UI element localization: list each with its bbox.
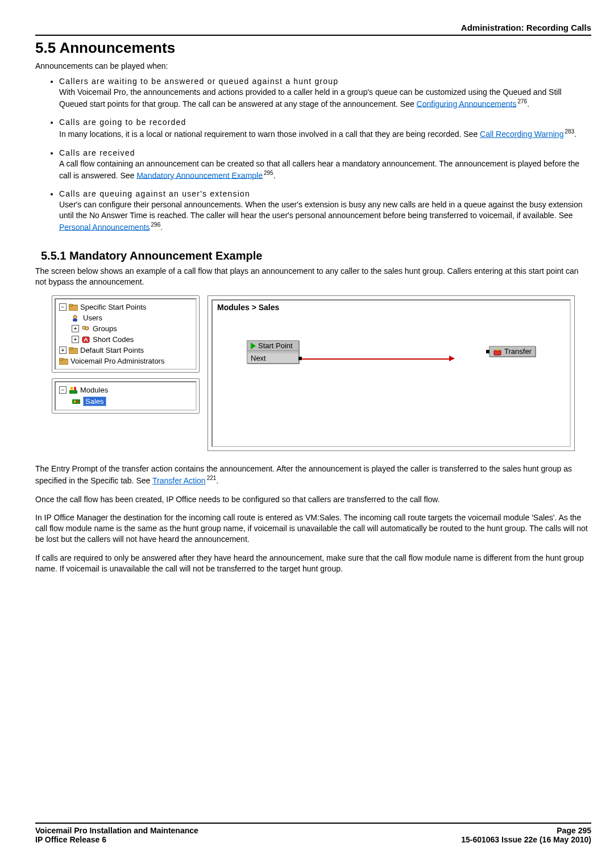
top-rule [35,35,591,36]
page-ref: 296 [151,222,161,228]
bullet-item: Calls are queuing against an user's exte… [59,189,591,232]
tree-label: Users [83,314,102,322]
users-icon [72,314,81,322]
tree-node[interactable]: + Groups [59,323,192,334]
svg-rect-3 [73,319,77,322]
subsection-intro: The screen below shows an example of a c… [35,266,591,287]
bullet-lead: Callers are waiting to be answered or qu… [59,77,338,86]
callflow-panel: Modules > Sales Start Point Next Transfe… [208,295,575,451]
bullet-item: Calls are received A call flow containin… [59,148,591,181]
tree-label-selected: Sales [83,397,106,406]
tree-label: Groups [93,324,117,333]
page-ref: 283 [565,128,574,135]
page-footer: Voicemail Pro Installation and Maintenan… [35,823,591,844]
svg-rect-8 [69,347,73,349]
svg-rect-1 [69,304,73,306]
tree-node[interactable]: − Modules [59,385,192,395]
svg-point-2 [73,315,77,319]
bullet-lead: Calls are received [59,148,135,157]
svg-rect-15 [74,400,76,403]
tree-expand-icon[interactable]: + [59,347,67,354]
link-personal-announcements[interactable]: Personal Announcements [59,222,150,231]
node-label: Transfer [504,347,532,356]
body-paragraph: Once the call flow has been created, IP … [35,494,591,505]
play-icon [251,343,256,349]
flow-breadcrumb: Modules > Sales [217,303,565,312]
groups-icon [81,325,90,333]
tree-collapse-icon[interactable]: − [59,303,67,311]
svg-rect-12 [70,387,73,390]
tree-node[interactable]: + Default Start Points [59,345,192,356]
bullet-item: Calls are going to be recorded In many l… [59,117,591,139]
running-head: Administration: Recording Calls [35,23,591,32]
folder-icon [59,357,68,365]
footer-right-1: Page 295 [557,826,591,835]
bullet-body: In many locations, it is a local or nati… [59,130,480,139]
tree-panel-startpoints: − Specific Start Points Users + Groups [52,295,200,373]
tree-expand-icon[interactable]: + [72,325,79,332]
folder-icon [69,347,78,354]
link-configuring-announcements[interactable]: Configuring Announcements [417,99,517,108]
page-ref: 276 [518,98,528,105]
footer-left-1: Voicemail Pro Installation and Maintenan… [35,826,198,835]
tree-label: Modules [80,386,108,394]
tree-label: Voicemail Pro Administrators [70,357,164,365]
bullet-lead: Calls are queuing against an user's exte… [59,189,250,198]
svg-rect-17 [494,350,501,355]
flow-connector [301,358,449,360]
flow-node-start[interactable]: Start Point Next [247,340,299,364]
tree-expand-icon[interactable]: + [72,336,79,343]
flow-arrowhead-icon [449,356,455,361]
bullets-list: Callers are waiting to be answered or qu… [35,76,591,232]
node-label: Start Point [258,341,293,350]
bullet-body: User's can configure their personal anno… [59,200,583,220]
tree-label: Short Codes [93,335,134,344]
body-paragraph: In IP Office Manager the destination for… [35,512,591,545]
link-call-recording-warning[interactable]: Call Recording Warning [480,130,563,139]
bullet-lead: Calls are going to be recorded [59,118,186,127]
folder-icon [69,303,78,311]
svg-rect-13 [74,387,76,390]
svg-rect-10 [59,358,63,360]
page-ref: 295 [264,170,273,176]
screenshot-diagram: − Specific Start Points Users + Groups [52,295,575,451]
bullet-body-post: . [527,99,529,108]
tree-node[interactable]: + Short Codes [59,334,192,345]
intro-text: Announcements can be played when: [35,61,591,70]
tree-collapse-icon[interactable]: − [59,386,67,394]
flow-node-transfer[interactable]: Transfer [489,346,536,357]
tree-node[interactable]: Users [59,312,192,323]
tree-node[interactable]: Voicemail Pro Administrators [59,356,192,366]
tree-node[interactable]: − Specific Start Points [59,302,192,312]
svg-rect-16 [77,400,78,403]
module-icon [72,398,81,406]
page-ref: 221 [207,475,217,481]
bullet-body-post: . [160,222,163,231]
bullet-body-post: . [273,170,276,180]
tree-panel-modules: − Modules Sales [52,378,200,414]
body-paragraph: The Entry Prompt of the transfer action … [35,464,591,486]
shortcodes-icon [81,336,90,344]
link-transfer-action[interactable]: Transfer Action [152,476,206,485]
text: . [216,476,218,485]
svg-rect-14 [72,399,80,404]
tree-label: Default Start Points [80,346,144,354]
footer-left-2: IP Office Release 6 [35,835,106,844]
footer-right-2: 15-601063 Issue 22e (16 May 2010) [461,835,591,844]
svg-point-5 [85,327,89,330]
svg-rect-11 [69,390,77,394]
modules-icon [69,386,78,394]
body-paragraph: If calls are required to only be answere… [35,553,591,574]
subsection-title: 5.5.1 Mandatory Announcement Example [41,249,591,262]
tree-node-selected[interactable]: Sales [59,395,192,407]
svg-rect-6 [82,337,89,343]
connector-pin [486,350,489,353]
tree-label: Specific Start Points [80,303,146,311]
section-title: 5.5 Announcements [35,39,591,57]
link-mandatory-announcement-example[interactable]: Mandatory Announcement Example [136,170,263,180]
node-sublabel: Next [251,354,266,362]
transfer-icon [493,348,502,356]
bullet-body-post: . [574,130,576,139]
text: The Entry Prompt of the transfer action … [35,464,572,485]
bullet-item: Callers are waiting to be answered or qu… [59,76,591,109]
